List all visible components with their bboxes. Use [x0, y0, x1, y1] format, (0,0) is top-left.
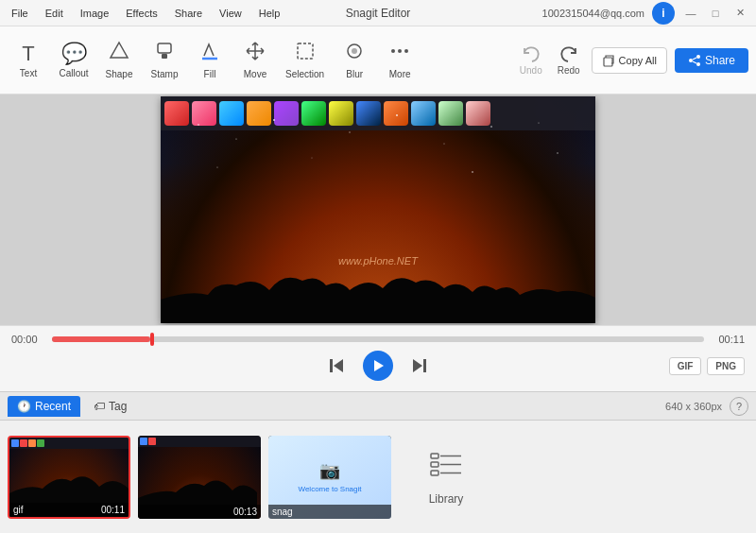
thumb1-icon-1 [11, 439, 19, 447]
tool-shape[interactable]: Shape [98, 37, 140, 83]
selection-icon [295, 41, 316, 67]
tool-selection[interactable]: Selection [280, 37, 330, 83]
svg-rect-27 [330, 359, 333, 372]
thumb1-label: gif 00:11 [9, 503, 129, 517]
thumb3-snagit-icon: 📷 [319, 460, 340, 481]
tool-move[interactable]: Move [234, 37, 276, 83]
blur-icon [344, 41, 365, 67]
stamp-icon [154, 41, 175, 67]
library-item[interactable]: Library [399, 436, 493, 519]
export-buttons: GIF PNG [669, 357, 745, 375]
step-back-button[interactable] [325, 354, 348, 377]
tool-more[interactable]: More [379, 37, 421, 83]
svg-point-11 [696, 62, 700, 66]
svg-point-6 [391, 49, 395, 53]
menu-bar: File Edit Image Effects Share View Help [8, 6, 284, 21]
svg-line-13 [693, 58, 696, 60]
desktop-icon-8 [356, 101, 381, 126]
svg-rect-1 [158, 43, 171, 53]
copy-all-button[interactable]: Copy All [592, 47, 667, 74]
thumb3-label: snag [268, 505, 391, 519]
help-button[interactable]: ? [730, 397, 748, 416]
thumbnail-1[interactable]: gif 00:11 [8, 436, 130, 519]
controls-row: GIF PNG [11, 351, 745, 381]
redo-icon [558, 44, 579, 65]
thumb1-type: gif [13, 505, 24, 515]
svg-marker-29 [374, 360, 384, 371]
stamp-label: Stamp [151, 69, 179, 79]
callout-label: Callout [59, 68, 88, 78]
bottom-panel: 🕐 Recent 🏷 Tag 640 x 360px ? [0, 391, 756, 533]
more-icon [389, 41, 410, 67]
svg-marker-0 [111, 43, 128, 58]
dimensions-label: 640 x 360px [665, 401, 722, 412]
export-gif-button[interactable]: GIF [669, 357, 702, 375]
svg-point-8 [404, 49, 408, 53]
copy-all-label: Copy All [619, 55, 657, 66]
minimize-button[interactable]: — [682, 5, 699, 22]
timeline-track[interactable] [52, 336, 704, 342]
desktop-icon-3 [219, 101, 244, 126]
share-label: Share [705, 54, 735, 67]
thumb2-icon-1 [140, 438, 147, 445]
account-label: 1002315044@qq.com [542, 8, 644, 19]
timeline-area: 00:00 00:11 GIF PNG [0, 325, 756, 391]
text-label: Text [20, 68, 37, 78]
fill-icon [199, 41, 220, 67]
svg-rect-30 [423, 359, 426, 372]
svg-marker-28 [334, 359, 343, 372]
tool-callout[interactable]: 💬 Callout [53, 38, 94, 82]
svg-rect-33 [431, 462, 438, 467]
menu-view[interactable]: View [215, 6, 246, 21]
callout-icon: 💬 [61, 42, 87, 66]
library-icon [429, 448, 463, 485]
thumb2-label: 00:13 [138, 505, 261, 519]
tool-fill[interactable]: Fill [189, 37, 231, 83]
redo-button[interactable]: Redo [554, 43, 584, 77]
tool-stamp[interactable]: Stamp [144, 37, 185, 83]
tool-blur[interactable]: Blur [334, 37, 375, 83]
maximize-button[interactable]: □ [707, 5, 724, 22]
selection-label: Selection [285, 69, 324, 79]
menu-help[interactable]: Help [255, 6, 284, 21]
timeline-thumb[interactable] [150, 333, 154, 346]
thumbnail-3[interactable]: 📷 Welcome to Snagit snag [268, 436, 391, 519]
shape-label: Shape [106, 69, 133, 79]
toolbar: T Text 💬 Callout Shape Stamp Fill Move S… [0, 26, 756, 95]
tool-text[interactable]: T Text [8, 38, 49, 82]
tab-recent[interactable]: 🕐 Recent [8, 396, 80, 417]
tab-tag[interactable]: 🏷 Tag [84, 396, 136, 417]
menu-image[interactable]: Image [77, 6, 113, 21]
undo-button[interactable]: Undo [516, 43, 546, 77]
desktop-icon-6 [301, 101, 326, 126]
svg-marker-31 [413, 359, 422, 372]
step-forward-button[interactable] [408, 354, 431, 377]
profile-icon[interactable]: i [652, 2, 675, 25]
play-button[interactable] [363, 351, 393, 381]
menu-effects[interactable]: Effects [122, 6, 161, 21]
screenshot-canvas: www.pHone.NET [161, 96, 595, 323]
svg-point-5 [352, 48, 357, 54]
blur-label: Blur [346, 69, 363, 79]
tag-icon: 🏷 [94, 400, 105, 413]
desktop-taskbar [161, 96, 595, 130]
desktop-icon-12 [466, 101, 490, 126]
copy-icon [602, 54, 615, 67]
share-button[interactable]: Share [675, 48, 748, 73]
svg-rect-3 [298, 43, 313, 59]
menu-file[interactable]: File [8, 6, 32, 21]
thumb1-icon-2 [20, 439, 27, 447]
close-button[interactable]: ✕ [731, 5, 748, 22]
menu-edit[interactable]: Edit [42, 6, 67, 21]
thumb2-icon-2 [148, 438, 156, 445]
thumb1-icon-4 [37, 439, 44, 447]
move-icon [245, 41, 266, 67]
shape-icon [109, 41, 129, 67]
menu-share[interactable]: Share [171, 6, 206, 21]
export-png-button[interactable]: PNG [707, 357, 745, 375]
thumbnail-2[interactable]: 00:13 [138, 436, 261, 519]
undo-label: Undo [520, 65, 542, 76]
canvas-area[interactable]: www.pHone.NET [0, 95, 756, 325]
recent-label: Recent [35, 400, 71, 413]
timeline-progress [52, 336, 150, 342]
